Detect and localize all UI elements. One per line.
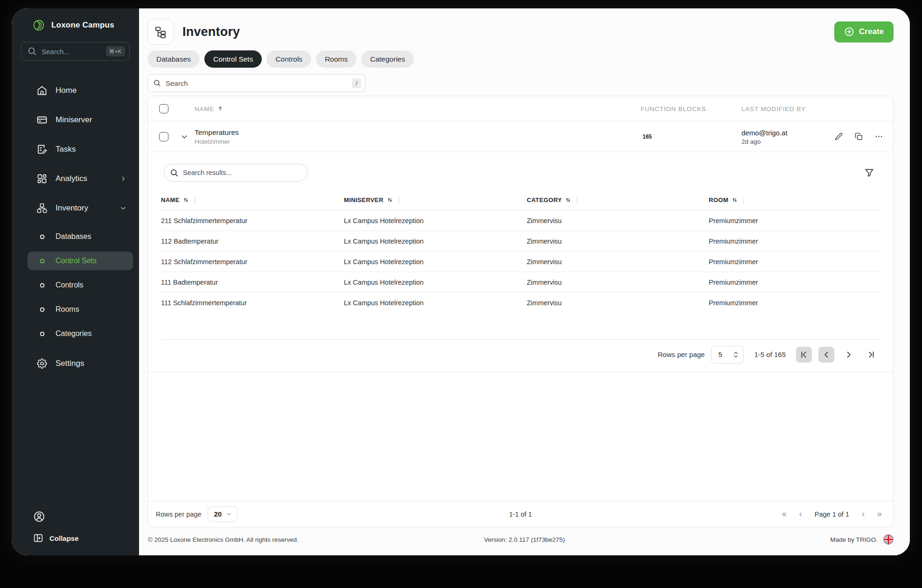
sidebar-item-label: Controls bbox=[56, 281, 84, 289]
bullet-icon bbox=[36, 331, 48, 336]
results-search-input[interactable] bbox=[183, 169, 301, 176]
chevron-right-icon bbox=[844, 350, 853, 359]
create-button-label: Create bbox=[859, 27, 884, 36]
sidebar-search[interactable]: ⌘+K bbox=[21, 42, 130, 61]
cell-room: Premiumzimmer bbox=[709, 258, 880, 266]
cell-category: Zimmervisu bbox=[527, 279, 709, 286]
duplicate-button[interactable] bbox=[853, 132, 864, 142]
cell-name: 111 Schlafzimmertemperatur bbox=[161, 299, 344, 307]
table-row-temperatures[interactable]: Temperatures Hotelzimmer 165 demo@trigo.… bbox=[148, 121, 893, 152]
detail-table-row[interactable]: 111 Schlafzimmertemperatur Lx Campus Hot… bbox=[161, 292, 880, 313]
column-last-modified-by[interactable]: LAST MODIFIED BY bbox=[741, 105, 806, 112]
filter-button[interactable] bbox=[864, 167, 876, 179]
detail-column-miniserver[interactable]: MINISERVER bbox=[344, 196, 527, 203]
sidebar-item-control-sets[interactable]: Control Sets bbox=[28, 252, 133, 270]
first-page-button[interactable]: « bbox=[782, 509, 787, 519]
table-search-input[interactable] bbox=[166, 79, 348, 87]
cell-room: Premiumzimmer bbox=[709, 217, 880, 224]
first-page-icon bbox=[799, 350, 809, 359]
uk-flag-icon[interactable] bbox=[883, 534, 894, 545]
tab-control-sets[interactable]: Control Sets bbox=[204, 50, 262, 68]
copyright-text: © 2025 Loxone Electronics GmbH. All righ… bbox=[148, 536, 299, 543]
expand-chevron-icon[interactable] bbox=[181, 133, 188, 140]
sidebar-item-label: Miniserver bbox=[56, 115, 92, 125]
chevron-down-icon bbox=[226, 511, 232, 517]
page-header: Inventory Create bbox=[147, 19, 894, 45]
previous-page-button[interactable] bbox=[818, 347, 834, 363]
cell-name: 211 Schlafzimmertemperatur bbox=[161, 217, 344, 224]
detail-table-row[interactable]: 111 Badtemperatur Lx Campus Hotelrezepti… bbox=[161, 272, 880, 292]
last-page-icon bbox=[866, 350, 876, 359]
previous-page-button[interactable]: ‹ bbox=[799, 509, 802, 519]
sidebar-item-databases[interactable]: Databases bbox=[28, 227, 133, 246]
tab-categories[interactable]: Categories bbox=[361, 50, 414, 68]
row-checkbox[interactable] bbox=[159, 132, 168, 141]
sidebar-item-label: Home bbox=[56, 86, 77, 95]
search-icon bbox=[170, 168, 179, 177]
sidebar-item-controls[interactable]: Controls bbox=[28, 276, 133, 294]
sidebar-item-inventory[interactable]: Inventory bbox=[28, 198, 133, 218]
detail-table-row[interactable]: 112 Badtemperatur Lx Campus Hotelrezepti… bbox=[161, 231, 880, 251]
column-menu-icon[interactable] bbox=[574, 197, 580, 203]
account-button[interactable] bbox=[33, 511, 133, 523]
column-menu-icon[interactable] bbox=[741, 197, 747, 203]
collapse-button[interactable]: Collapse bbox=[33, 533, 133, 543]
last-page-button[interactable] bbox=[863, 347, 879, 363]
sidebar-search-input[interactable] bbox=[42, 48, 102, 56]
tab-databases[interactable]: Databases bbox=[147, 50, 200, 68]
cell-category: Zimmervisu bbox=[527, 217, 709, 224]
modified-by-email: demo@trigo.at bbox=[741, 128, 788, 136]
sidebar-item-tasks[interactable]: Tasks bbox=[28, 139, 133, 160]
sidebar-item-categories[interactable]: Categories bbox=[28, 324, 133, 343]
view-tabs: Databases Control Sets Controls Rooms Ca… bbox=[147, 50, 894, 68]
chevron-right-icon bbox=[120, 175, 126, 182]
cell-name: 111 Badtemperatur bbox=[161, 279, 344, 286]
detail-range-label: 1-5 of 165 bbox=[754, 350, 786, 358]
sidebar-item-label: Control Sets bbox=[56, 257, 97, 265]
create-button[interactable]: Create bbox=[834, 21, 894, 42]
column-menu-icon[interactable] bbox=[192, 197, 198, 203]
column-function-blocks[interactable]: FUNCTION BLOCKS bbox=[641, 105, 706, 112]
version-text: Version: 2.0.117 (1f73be275) bbox=[484, 536, 565, 543]
tab-rooms[interactable]: Rooms bbox=[316, 50, 356, 68]
more-actions-button[interactable] bbox=[873, 132, 884, 142]
rows-per-page-label: Rows per page bbox=[658, 350, 705, 358]
next-page-button[interactable]: › bbox=[862, 509, 865, 519]
detail-column-name[interactable]: NAME bbox=[161, 196, 344, 203]
edit-button[interactable] bbox=[833, 132, 844, 142]
sidebar-item-label: Databases bbox=[56, 232, 91, 241]
sidebar-item-label: Rooms bbox=[56, 305, 79, 314]
brand: Loxone Campus bbox=[12, 8, 139, 38]
range-label: 1-1 of 1 bbox=[509, 511, 532, 518]
sidebar-search-shortcut: ⌘+K bbox=[106, 46, 125, 56]
detail-table-row[interactable]: 211 Schlafzimmertemperatur Lx Campus Hot… bbox=[161, 210, 880, 231]
page-navigation: « ‹ Page 1 of 1 › » bbox=[782, 509, 882, 519]
column-name[interactable]: NAME bbox=[195, 105, 224, 112]
function-blocks-value: 165 bbox=[643, 133, 652, 140]
rows-per-page-select[interactable]: 5 bbox=[711, 346, 744, 364]
cell-miniserver: Lx Campus Hotelrezeption bbox=[344, 258, 527, 266]
detail-column-category[interactable]: CATEGORY bbox=[527, 196, 709, 203]
ellipsis-icon bbox=[874, 132, 883, 141]
select-all-checkbox[interactable] bbox=[159, 104, 168, 113]
sidebar-item-home[interactable]: Home bbox=[28, 80, 133, 101]
column-menu-icon[interactable] bbox=[396, 197, 402, 203]
rows-per-page-select[interactable]: 20 bbox=[208, 506, 238, 522]
table-search[interactable]: / bbox=[147, 74, 365, 92]
row-name-cell: Temperatures Hotelzimmer bbox=[195, 128, 239, 145]
sidebar-item-miniserver[interactable]: Miniserver bbox=[28, 110, 133, 130]
results-search[interactable] bbox=[164, 164, 307, 182]
detail-column-room[interactable]: ROOM bbox=[709, 196, 880, 203]
table-header: NAME FUNCTION BLOCKS LAST MODIFIED BY bbox=[148, 96, 893, 121]
bullet-icon bbox=[36, 307, 48, 312]
detail-table-row[interactable]: 112 Schlafzimmertemperatur Lx Campus Hot… bbox=[161, 251, 880, 272]
sidebar-item-settings[interactable]: Settings bbox=[28, 353, 133, 374]
sidebar-item-analytics[interactable]: Analytics bbox=[28, 168, 133, 189]
first-page-button[interactable] bbox=[796, 347, 812, 363]
tab-controls[interactable]: Controls bbox=[266, 50, 311, 68]
sidebar-item-rooms[interactable]: Rooms bbox=[28, 300, 133, 319]
expanded-detail-panel: NAME MINISERVER bbox=[148, 152, 893, 372]
last-page-button[interactable]: » bbox=[877, 509, 882, 519]
next-page-button[interactable] bbox=[841, 347, 857, 363]
analytics-icon bbox=[36, 173, 48, 184]
